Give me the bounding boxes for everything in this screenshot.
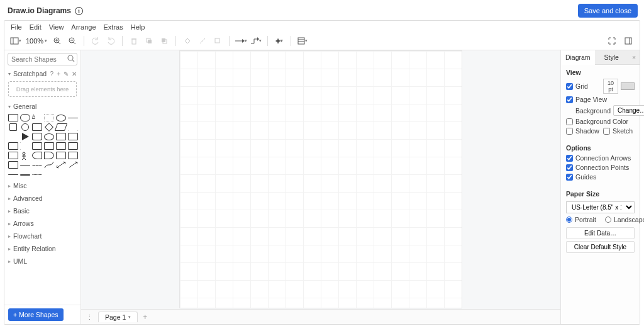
delete-button[interactable] <box>128 35 140 47</box>
add-icon[interactable]: + <box>57 70 60 77</box>
line-color-button[interactable] <box>196 35 209 47</box>
shape-dashed-line[interactable] <box>32 165 42 166</box>
waypoint-button[interactable]: ▾ <box>250 35 262 47</box>
fullscreen-button[interactable] <box>606 35 618 47</box>
zoom-in-button[interactable] <box>51 35 64 47</box>
pageview-checkbox[interactable] <box>566 96 573 103</box>
shape-folder[interactable] <box>68 142 78 150</box>
shape-card[interactable] <box>44 142 54 150</box>
guides-checkbox[interactable] <box>566 174 573 181</box>
shape-square[interactable] <box>9 123 17 131</box>
shape-process[interactable] <box>32 123 42 131</box>
tab-style[interactable]: Style <box>595 50 629 65</box>
conn-arrows-checkbox[interactable] <box>566 155 573 162</box>
view-mode-button[interactable]: ▾ <box>9 35 22 47</box>
shape-document[interactable] <box>56 133 66 140</box>
grid-color-swatch[interactable] <box>621 82 635 90</box>
shape-circle[interactable] <box>21 123 29 131</box>
shape-ellipse[interactable] <box>56 115 66 121</box>
shape-rectangle[interactable] <box>8 114 18 121</box>
category-flowchart[interactable]: ▸Flowchart <box>4 230 80 242</box>
landscape-radio[interactable] <box>605 216 611 223</box>
clear-style-button[interactable]: Clear Default Style <box>566 241 635 253</box>
shape-tape[interactable] <box>32 142 42 150</box>
redo-button[interactable] <box>104 35 117 47</box>
menu-help[interactable]: Help <box>131 23 145 31</box>
shape-data-storage[interactable] <box>56 152 66 159</box>
info-icon[interactable]: i <box>75 7 83 15</box>
shape-textbox[interactable] <box>44 114 54 121</box>
shape-callout[interactable] <box>56 142 66 150</box>
shape-thick-line[interactable] <box>20 174 30 176</box>
format-panel-button[interactable] <box>622 35 635 47</box>
shape-parallelogram[interactable] <box>55 123 67 131</box>
shape-actor[interactable] <box>20 152 30 159</box>
close-panel-button[interactable]: × <box>628 50 640 65</box>
category-entity-relation[interactable]: ▸Entity Relation <box>4 242 80 255</box>
shape-internal-storage[interactable] <box>68 133 78 140</box>
connection-button[interactable]: ▾ <box>235 35 247 47</box>
conn-points-checkbox[interactable] <box>566 164 573 171</box>
menu-extras[interactable]: Extras <box>104 23 123 31</box>
table-button[interactable]: ▾ <box>296 35 309 47</box>
portrait-radio[interactable] <box>566 216 572 223</box>
shape-dotted-line[interactable] <box>32 174 42 175</box>
page-tab-1[interactable]: Page 1 ▾ <box>98 312 138 322</box>
to-front-button[interactable] <box>143 35 155 47</box>
shape-triangle[interactable] <box>22 133 29 140</box>
shape-directional-arrow[interactable] <box>68 161 78 169</box>
menu-file[interactable]: File <box>11 23 22 31</box>
shape-and[interactable] <box>44 152 54 159</box>
shadow-checkbox[interactable] <box>566 128 573 135</box>
category-uml[interactable]: ▸UML <box>4 255 80 267</box>
shape-link[interactable] <box>8 174 18 175</box>
shape-note[interactable] <box>8 152 18 159</box>
edit-icon[interactable]: ✎ <box>64 70 69 77</box>
shape-trapezoid[interactable] <box>68 123 78 131</box>
grid-size-input[interactable]: 10 pt <box>603 79 618 94</box>
category-basic[interactable]: ▸Basic <box>4 205 80 217</box>
drawing-page[interactable] <box>179 50 462 308</box>
tab-diagram[interactable]: Diagram <box>561 50 595 65</box>
zoom-level[interactable]: 100%▾ <box>25 37 48 45</box>
general-header[interactable]: ▾ General <box>4 101 80 112</box>
shape-or[interactable] <box>32 152 42 159</box>
shape-curve[interactable] <box>44 161 54 169</box>
menu-arrange[interactable]: Arrange <box>71 23 96 31</box>
close-icon[interactable]: ✕ <box>72 70 77 77</box>
to-back-button[interactable] <box>158 35 170 47</box>
category-misc[interactable]: ▸Misc <box>4 179 80 192</box>
scratchpad-dropzone[interactable]: Drag elements here <box>8 81 77 97</box>
edit-data-button[interactable]: Edit Data… <box>566 227 635 239</box>
sketch-checkbox[interactable] <box>603 128 610 135</box>
change-background-button[interactable]: Change… <box>613 105 644 116</box>
more-shapes-button[interactable]: + More Shapes <box>8 308 64 321</box>
bgcolor-checkbox[interactable] <box>566 118 573 125</box>
paper-size-select[interactable]: US-Letter (8.5" x 11") <box>566 201 635 213</box>
shape-text[interactable]: A <box>32 114 42 121</box>
shadow-button[interactable] <box>211 35 224 47</box>
shape-hexagon[interactable] <box>8 133 18 140</box>
scratchpad-header[interactable]: ▾ Scratchpad ? + ✎ ✕ <box>4 68 80 79</box>
shape-cylinder[interactable] <box>32 133 42 140</box>
category-arrows[interactable]: ▸Arrows <box>4 217 80 230</box>
shape-divider[interactable] <box>68 118 78 118</box>
grid-checkbox[interactable] <box>566 83 573 90</box>
canvas[interactable] <box>81 50 560 309</box>
category-advanced[interactable]: ▸Advanced <box>4 192 80 205</box>
shape-cloud[interactable] <box>44 133 54 140</box>
shape-step[interactable] <box>20 142 30 150</box>
menu-view[interactable]: View <box>49 23 64 31</box>
save-and-close-button[interactable]: Save and close <box>578 4 638 18</box>
shape-rounded-rect[interactable] <box>20 114 30 121</box>
shape-line[interactable] <box>20 165 30 166</box>
help-icon[interactable]: ? <box>50 70 54 77</box>
shape-container[interactable] <box>68 152 78 159</box>
fill-color-button[interactable] <box>181 35 194 47</box>
shape-bidirectional-arrow[interactable] <box>56 161 66 169</box>
zoom-out-button[interactable] <box>66 35 79 47</box>
shape-cube[interactable] <box>8 142 18 150</box>
add-page-button[interactable]: + <box>143 313 147 322</box>
menu-edit[interactable]: Edit <box>30 23 42 31</box>
page-menu-button[interactable]: ⋮ <box>86 313 93 321</box>
